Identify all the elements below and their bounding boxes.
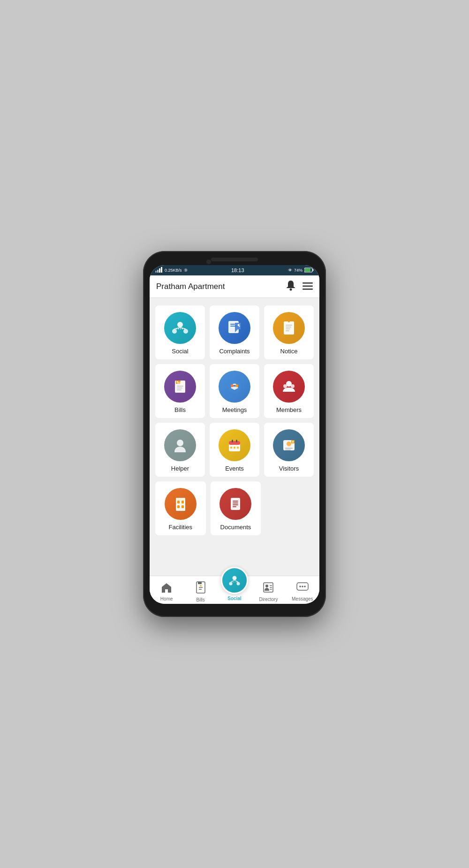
bills-icon-circle: BILL ₹ <box>164 371 196 403</box>
main-content: Social Complaints <box>150 298 319 576</box>
svg-rect-63 <box>233 504 238 505</box>
svg-rect-30 <box>177 386 183 387</box>
grid-item-facilities[interactable]: Facilities <box>155 481 206 535</box>
grid-last-row: Facilities Documents <box>153 481 316 535</box>
svg-rect-20 <box>284 321 294 335</box>
svg-rect-24 <box>286 328 290 329</box>
svg-rect-59 <box>176 498 185 500</box>
grid-item-helper[interactable]: Helper <box>155 423 205 477</box>
battery-percent: 74% <box>294 268 303 273</box>
svg-point-68 <box>229 582 233 586</box>
svg-rect-57 <box>177 505 180 508</box>
svg-point-34 <box>231 384 234 387</box>
svg-rect-19 <box>230 326 237 327</box>
svg-point-81 <box>304 586 306 587</box>
app-header: Pratham Apartment <box>150 275 319 298</box>
phone-camera <box>206 259 211 264</box>
grid-item-notice[interactable]: Notice <box>264 305 314 359</box>
bills-label: Bills <box>174 406 186 413</box>
members-label: Members <box>276 406 302 413</box>
svg-rect-50 <box>285 449 291 450</box>
svg-rect-0 <box>155 271 157 273</box>
app-title: Pratham Apartment <box>156 282 225 291</box>
svg-point-69 <box>237 582 240 586</box>
events-icon-circle <box>219 429 250 461</box>
grid-item-social[interactable]: Social <box>155 305 205 359</box>
notice-label: Notice <box>280 348 298 355</box>
notification-bell-icon[interactable] <box>286 280 296 293</box>
visitors-icon-circle <box>273 429 305 461</box>
complaints-icon-circle <box>219 312 250 344</box>
nav-item-bills[interactable]: Bills <box>183 576 217 604</box>
svg-rect-49 <box>285 448 293 449</box>
svg-rect-77 <box>270 589 272 590</box>
svg-rect-5 <box>312 269 313 271</box>
svg-rect-75 <box>270 585 272 586</box>
events-label: Events <box>225 465 244 472</box>
nav-item-social[interactable]: Social <box>218 576 251 604</box>
svg-rect-46 <box>237 447 239 449</box>
messages-nav-icon <box>296 582 309 595</box>
nav-item-home[interactable]: Home <box>150 576 183 604</box>
social-nav-label: Social <box>227 596 241 601</box>
nav-item-messages[interactable]: Messages <box>286 576 319 604</box>
svg-point-37 <box>283 384 287 388</box>
svg-text:BILL: BILL <box>178 381 183 384</box>
svg-rect-23 <box>286 327 291 327</box>
svg-point-39 <box>177 440 183 446</box>
vpn-icon: ⑨ <box>184 268 188 273</box>
svg-rect-52 <box>292 441 294 442</box>
social-nav-bubble <box>221 567 248 594</box>
svg-point-38 <box>291 384 295 388</box>
hamburger-menu-icon[interactable] <box>303 282 313 291</box>
bottom-nav: Home Bills <box>150 576 319 604</box>
meetings-label: Meetings <box>222 406 247 413</box>
header-icons <box>286 280 313 293</box>
social-icon-circle <box>164 312 196 344</box>
status-right: 👁 74% <box>288 267 314 274</box>
svg-rect-44 <box>230 447 232 449</box>
svg-point-48 <box>287 442 291 446</box>
grid-item-complaints[interactable]: Complaints <box>210 305 259 359</box>
svg-rect-41 <box>229 441 240 445</box>
svg-rect-54 <box>176 499 185 511</box>
svg-point-67 <box>233 576 237 580</box>
svg-rect-43 <box>236 440 237 442</box>
svg-rect-3 <box>161 267 162 273</box>
status-left: 0.25KB/s ⑨ <box>155 267 188 274</box>
bills-nav-label: Bills <box>196 597 204 602</box>
svg-rect-10 <box>303 289 313 290</box>
eye-icon: 👁 <box>288 268 292 273</box>
bills-nav-icon <box>196 581 206 596</box>
social-label: Social <box>172 348 188 355</box>
documents-label: Documents <box>220 524 251 531</box>
directory-nav-label: Directory <box>259 597 278 602</box>
facilities-icon-circle <box>165 488 197 520</box>
svg-rect-18 <box>230 324 235 325</box>
meetings-icon-circle <box>219 371 250 403</box>
home-nav-label: Home <box>160 596 173 602</box>
battery-icon <box>304 267 314 274</box>
svg-point-79 <box>299 586 301 587</box>
notice-icon-circle <box>273 312 305 344</box>
svg-rect-76 <box>270 587 272 588</box>
svg-rect-62 <box>233 503 238 503</box>
phone-speaker <box>211 258 258 261</box>
facilities-label: Facilities <box>169 524 193 531</box>
grid-item-bills[interactable]: BILL ₹ Bills <box>155 364 205 418</box>
svg-point-13 <box>183 329 188 334</box>
grid-item-members[interactable]: Members <box>264 364 314 418</box>
nav-item-directory[interactable]: Directory <box>251 576 285 604</box>
svg-point-11 <box>177 322 183 327</box>
svg-rect-6 <box>305 268 310 272</box>
grid-item-visitors[interactable]: Visitors <box>264 423 314 477</box>
grid-item-events[interactable]: Events <box>210 423 259 477</box>
svg-rect-1 <box>157 270 159 273</box>
svg-point-80 <box>302 586 303 587</box>
grid-item-documents[interactable]: Documents <box>211 481 261 535</box>
grid-item-meetings[interactable]: Meetings <box>210 364 259 418</box>
status-bar: 0.25KB/s ⑨ 18:13 👁 74% <box>150 265 319 275</box>
svg-point-7 <box>290 289 292 291</box>
svg-rect-25 <box>286 330 289 331</box>
svg-rect-42 <box>232 440 233 442</box>
